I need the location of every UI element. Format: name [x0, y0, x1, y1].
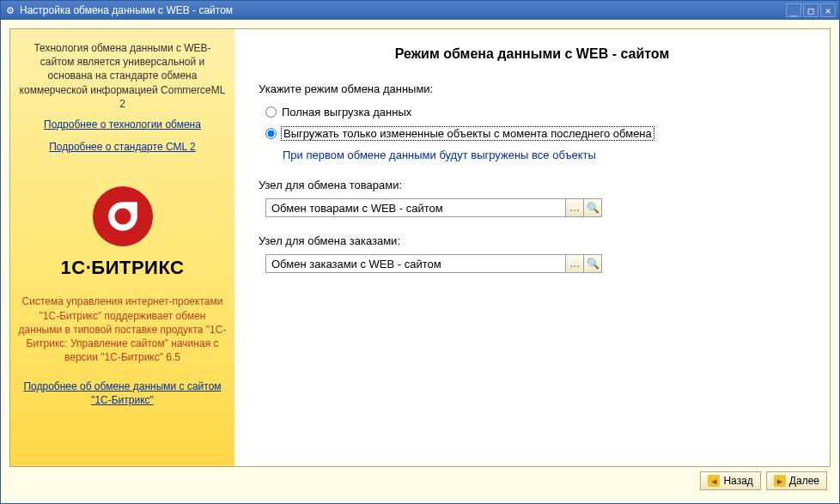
window-title: Настройка обмена данными с WEB - сайтом [20, 4, 786, 16]
next-label: Далее [789, 475, 819, 487]
orders-search-button[interactable]: 🔍 [583, 254, 602, 273]
close-button[interactable]: ✕ [820, 3, 836, 17]
logo-block: 1С·БИТРИКС [61, 186, 185, 279]
app-icon: ⚙ [4, 4, 16, 16]
sidebar: Технология обмена данными с WEB-сайтом я… [10, 29, 234, 466]
link-cml-details[interactable]: Подробнее о стандарте CML 2 [49, 140, 196, 154]
next-button[interactable]: ► Далее [766, 471, 827, 490]
radio-changed-only-label[interactable]: Выгружать только измененные объекты с мо… [282, 127, 654, 140]
radio-full-export-row: Полная выгрузка данных [259, 106, 806, 118]
goods-search-button[interactable]: 🔍 [583, 198, 602, 217]
first-exchange-hint: При первом обмене данными будут выгружен… [259, 149, 806, 161]
arrow-left-icon: ◄ [708, 475, 720, 487]
maximize-button[interactable]: □ [803, 3, 819, 17]
window: ⚙ Настройка обмена данными с WEB - сайто… [0, 0, 840, 504]
orders-node-row: … 🔍 [259, 254, 806, 273]
goods-node-input[interactable] [265, 198, 566, 217]
page-heading: Режим обмена данными с WEB - сайтом [259, 46, 806, 62]
link-bitrix-details[interactable]: Подробнее об обмене данными с сайтом "1С… [17, 380, 228, 407]
mode-label: Укажите режим обмена данными: [259, 82, 806, 95]
back-button[interactable]: ◄ Назад [700, 471, 760, 490]
main-panel: Режим обмена данными с WEB - сайтом Укаж… [234, 29, 830, 466]
bitrix-logo-icon [93, 186, 153, 246]
window-controls: _ □ ✕ [786, 3, 836, 17]
goods-node-row: … 🔍 [259, 198, 806, 217]
inner-panel: Технология обмена данными с WEB-сайтом я… [9, 28, 831, 467]
goods-node-label: Узел для обмена товарами: [259, 179, 806, 191]
radio-full-export-label[interactable]: Полная выгрузка данных [282, 106, 411, 118]
footer: ◄ Назад ► Далее [9, 467, 831, 495]
radio-full-export[interactable] [265, 106, 277, 118]
radio-changed-only[interactable] [265, 128, 277, 139]
minimize-button[interactable]: _ [786, 3, 801, 17]
sidebar-desc: Система управления интернет-проектами "1… [17, 295, 228, 364]
arrow-right-icon: ► [774, 475, 786, 487]
radio-changed-only-row: Выгружать только измененные объекты с мо… [259, 127, 806, 140]
back-label: Назад [723, 475, 752, 487]
orders-node-label: Узел для обмена заказами: [259, 234, 806, 247]
goods-browse-button[interactable]: … [565, 198, 584, 217]
search-icon: 🔍 [587, 202, 600, 214]
content-wrap: Технология обмена данными с WEB-сайтом я… [1, 20, 839, 503]
logo-text: 1С·БИТРИКС [61, 257, 185, 279]
link-tech-details[interactable]: Подробнее о технологии обмена [44, 118, 201, 131]
sidebar-intro: Технология обмена данными с WEB-сайтом я… [17, 41, 228, 111]
search-icon: 🔍 [587, 258, 600, 270]
orders-node-input[interactable] [265, 254, 566, 273]
titlebar[interactable]: ⚙ Настройка обмена данными с WEB - сайто… [1, 1, 839, 20]
orders-browse-button[interactable]: … [565, 254, 584, 273]
